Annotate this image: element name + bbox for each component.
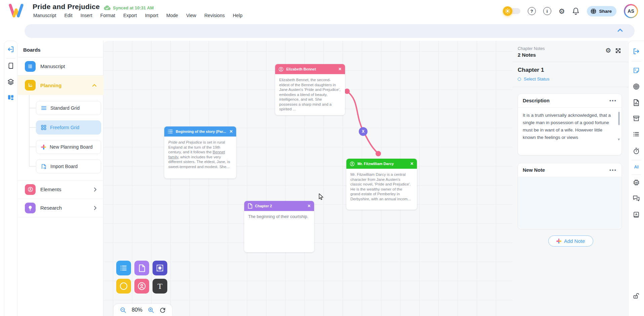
panel-title: Chapter Notes — [518, 46, 545, 51]
collapsed-toolbar — [25, 24, 635, 38]
note-card-beginning-of-story[interactable]: Beginning of the story (Par... ✕ Pride a… — [164, 126, 236, 178]
note-card-chapter-2[interactable]: Chapter 2 ✕ The beginning of their court… — [244, 201, 314, 252]
elements-chevron-right-icon — [94, 187, 97, 192]
note-card-elizabeth-bennet[interactable]: Elizabeth Bennet ✕ Elizabeth Bennet, the… — [275, 64, 345, 115]
scrollbar-down-arrow[interactable]: ▼ — [617, 136, 620, 143]
menu-view[interactable]: View — [186, 13, 196, 18]
app-logo[interactable] — [7, 3, 25, 19]
boards-icon[interactable] — [8, 95, 14, 101]
description-text[interactable]: It is a truth universally acknowledged, … — [518, 108, 621, 145]
unlock-icon[interactable] — [633, 293, 640, 299]
connection-delete-node[interactable]: X — [359, 127, 368, 136]
toolbar-collapse-chevron-up-icon[interactable] — [617, 28, 623, 32]
comments-icon[interactable] — [633, 195, 640, 202]
research-chevron-right-icon — [94, 206, 97, 210]
zoom-in-icon[interactable] — [148, 307, 154, 313]
new-note-body[interactable] — [518, 177, 621, 228]
menu-import[interactable]: Import — [145, 13, 158, 18]
sidebar-item-manuscript[interactable]: Manuscript — [18, 57, 103, 75]
elements-person-icon — [25, 184, 36, 195]
mouse-cursor — [318, 194, 325, 200]
description-title: Description — [523, 98, 550, 103]
sidebar-item-new-planning-board[interactable]: New Planning Board — [36, 140, 101, 154]
bullet-list-icon[interactable] — [633, 131, 640, 137]
add-text-button[interactable]: T — [153, 279, 167, 294]
menu-edit[interactable]: Edit — [64, 13, 72, 18]
share-button[interactable]: Share — [587, 6, 616, 16]
close-icon[interactable]: ✕ — [338, 67, 342, 71]
menu-manuscript[interactable]: Manuscript — [33, 13, 56, 18]
left-icon-rail — [4, 41, 17, 316]
settings-gear-icon[interactable]: ⚙ — [559, 8, 565, 15]
menu-bar: Manuscript Edit Insert Format Export Imp… — [33, 13, 243, 18]
zoom-level: 80% — [132, 307, 142, 313]
italic-text: Pride and Prejudice — [168, 140, 202, 144]
zoom-bar: 80% — [114, 304, 172, 316]
menu-insert[interactable]: Insert — [81, 13, 92, 18]
notes-panel-toggle-icon[interactable] — [633, 48, 640, 55]
sidebar-item-standard-grid[interactable]: Standard Grid — [36, 101, 101, 115]
description-menu-icon[interactable]: ●●● — [609, 99, 617, 102]
svg-text:AI: AI — [635, 181, 638, 184]
new-note-menu-icon[interactable]: ●●● — [609, 168, 617, 172]
help-icon[interactable]: ? — [528, 7, 536, 15]
theme-toggle[interactable] — [503, 8, 520, 14]
new-board-plus-icon — [41, 145, 46, 150]
add-plot-point-button[interactable] — [116, 279, 131, 294]
avatar[interactable]: AS — [624, 4, 638, 18]
menu-revisions[interactable]: Revisions — [204, 13, 225, 18]
sticky-note-icon[interactable] — [633, 67, 640, 74]
select-status-link[interactable]: Select Status — [518, 76, 550, 82]
note-card-mr-darcy[interactable]: Mr. Fitzwilliam Darcy ✕ Mr. Fitzwilliam … — [346, 159, 417, 210]
planning-canvas[interactable]: X Elizabeth Bennet ✕ Elizabeth Bennet, t… — [103, 41, 513, 316]
ai-chip-icon[interactable]: AI — [633, 179, 640, 186]
stats-document-icon[interactable] — [633, 99, 639, 106]
zoom-out-icon[interactable] — [120, 307, 126, 313]
sync-status: Synced at 10:31 AM — [103, 5, 154, 10]
import-board-icon — [41, 164, 47, 169]
sidebar-item-freeform-grid[interactable]: Freeform Grid — [36, 120, 101, 135]
book-icon[interactable] — [7, 62, 14, 69]
timer-icon[interactable] — [633, 148, 640, 154]
close-icon[interactable]: ✕ — [410, 161, 414, 166]
menu-format[interactable]: Format — [100, 13, 115, 18]
close-icon[interactable]: ✕ — [307, 204, 311, 208]
menu-help[interactable]: Help — [233, 13, 243, 18]
add-note-button[interactable]: Add Note — [548, 235, 593, 247]
archive-icon[interactable] — [633, 115, 640, 121]
research-lightbulb-icon — [25, 203, 36, 213]
standard-grid-icon — [41, 106, 47, 110]
chapter-title: Chapter 1 — [518, 67, 544, 73]
planning-collapse-chevron-up-icon[interactable] — [92, 84, 97, 87]
notifications-bell-icon[interactable] — [572, 7, 579, 15]
right-icon-rail: AI AI A — [629, 41, 644, 316]
reset-rotation-icon[interactable] — [160, 307, 166, 313]
add-outline-card-button[interactable] — [116, 261, 131, 275]
sidebar-item-elements[interactable]: Elements — [18, 180, 103, 198]
dictionary-icon[interactable]: A — [633, 211, 640, 218]
target-icon[interactable] — [633, 83, 640, 90]
close-icon[interactable]: ✕ — [229, 129, 233, 134]
tree-guide — [29, 95, 30, 166]
ai-tab[interactable]: AI — [634, 164, 639, 169]
sidebar-item-research[interactable]: Research — [18, 199, 103, 217]
layers-icon[interactable] — [7, 78, 14, 85]
notes-settings-gear-icon[interactable]: ⚙ — [605, 47, 611, 54]
expand-panel-icon[interactable] — [615, 48, 621, 54]
chapter-notes-panel: Chapter Notes 2 Notes ⚙ Chapter 1 Select… — [513, 41, 629, 316]
planning-chart-icon — [25, 80, 36, 91]
character-icon — [278, 67, 284, 72]
info-icon[interactable]: i — [543, 7, 551, 15]
menu-export[interactable]: Export — [123, 13, 137, 18]
add-character-card-button[interactable] — [134, 279, 149, 294]
character-icon — [350, 161, 355, 166]
scrollbar-thumb[interactable] — [618, 112, 620, 125]
sidebar-item-planning[interactable]: Planning — [18, 75, 103, 95]
add-chapter-card-button[interactable] — [134, 261, 149, 275]
outline-list-icon — [168, 129, 173, 134]
exit-board-icon[interactable] — [7, 46, 14, 53]
sidebar-item-import-board[interactable]: Import Board — [36, 159, 101, 173]
menu-mode[interactable]: Mode — [166, 13, 178, 18]
notes-count: 2 Notes — [518, 52, 536, 58]
add-image-card-button[interactable] — [153, 261, 167, 275]
